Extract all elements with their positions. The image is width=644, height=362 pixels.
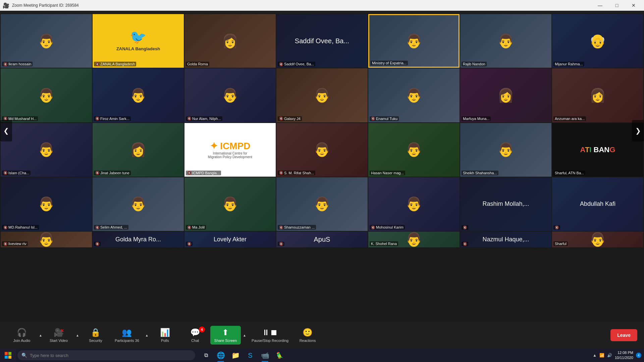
participant-cell-nuralam: 👨 🔇 Nur Alam, Nilph... [184, 68, 276, 122]
polls-icon: 📊 [160, 328, 170, 337]
title-bar-controls: — □ ✕ [592, 0, 641, 11]
security-label: Security [89, 339, 102, 343]
participant-cell-majolil: 👨 🔇 Ma Jolil [184, 177, 276, 231]
avatar-musharaf: 👨 [1, 68, 92, 122]
share-screen-button[interactable]: ⬆ Share Screen [210, 326, 241, 345]
avatar-galaxyj4: 👨 [276, 68, 368, 122]
avatar-mijanur: 👴 [552, 14, 643, 68]
video-content: ApuS 🔇 [276, 232, 368, 247]
title-bar-left: 🎥 Zoom Meeting Participant ID: 269584 [3, 2, 79, 9]
participant-cell-anzuman: 👩 Anzuman ara ka... [552, 68, 643, 122]
search-box[interactable]: 🔍 Type here to search [17, 350, 195, 360]
previous-page-button[interactable]: ❮ [0, 120, 12, 141]
explorer-app-button[interactable]: 📁 [229, 349, 242, 362]
name-label-shamsuz: 🔇 Shamsuzzaman ... [278, 225, 316, 230]
taskbar-right: ▲ 📶 🔊 12:08 PM 10/11/2020 4 [593, 350, 644, 361]
avatar-anzuman: 👩 [552, 68, 643, 122]
name-label-majolil: 🔇 Ma Jolil [186, 225, 206, 230]
other-app-button[interactable]: 🦜 [273, 349, 286, 362]
join-audio-button[interactable]: 🎧 Join Audio [7, 325, 37, 345]
name-label-apus: 🔇 [278, 242, 284, 246]
mute-icon: 🔇 [3, 226, 7, 229]
svg-rect-2 [5, 356, 8, 359]
participant-cell-rajib: 👨 Rajib Nandon [460, 14, 551, 68]
pause-stop-recording-button[interactable]: ⏸⏹ Pause/Stop Recording [248, 325, 292, 345]
zoom-app-button[interactable]: 📹 [258, 349, 272, 362]
reactions-button[interactable]: 🙂 Reactions [292, 325, 323, 345]
task-view-button[interactable]: ⧉ [199, 349, 213, 362]
video-content: 👨 🔇 Mohosinul Karim [368, 177, 460, 231]
search-input[interactable]: Type here to search [30, 353, 68, 358]
name-label-jinat: 🔇 Jinat Jabeen tune [94, 171, 131, 175]
start-video-button[interactable]: 🎥✕ Start Video [44, 325, 74, 345]
video-content: 👨 🔇 Galaxy J4 [276, 68, 368, 122]
mute-icon: 🔇 [95, 242, 99, 246]
video-caret-icon: ▲ [76, 334, 79, 337]
video-content: 👨 🔇 Enamul Tuku [368, 68, 460, 122]
search-icon: 🔍 [21, 353, 27, 358]
join-audio-label: Join Audio [13, 339, 31, 343]
participant-cell-nazmul: Nazmul Haque,... 🔇 [460, 232, 551, 247]
skype-app-button[interactable]: S [244, 349, 257, 362]
mute-icon: 🔇 [371, 226, 375, 229]
polls-button[interactable]: 📊 Polls [150, 325, 180, 345]
participants-icon: 👥 [122, 328, 132, 337]
avatar-raihanul: 👨 [1, 177, 92, 231]
svg-rect-1 [8, 352, 11, 355]
share-screen-caret-button[interactable]: ▲ [241, 334, 248, 337]
avatar-enamul: 👨 [368, 68, 460, 122]
maximize-button[interactable]: □ [609, 0, 625, 11]
video-content: ATI BANG Sharful, ATN Ba... [552, 123, 643, 177]
taskbar-apps: ⧉ 🌐 📁 S 📹 🦜 [199, 349, 286, 362]
avatar-rajib: 👨 [460, 14, 551, 68]
name-label-firoz: 🔇 Firoz Amin Sark... [94, 116, 131, 121]
start-video-group: 🎥✕ Start Video ▲ [44, 325, 80, 345]
video-content: 👨 🔇 Md Musharaf H... [1, 68, 92, 122]
avatar-rifat: 👨 [276, 123, 368, 177]
participants-button[interactable]: 👥 Participants 36 [111, 325, 143, 345]
share-screen-icon: ⬆ [222, 328, 229, 337]
video-content: 👨 🔇 Islam (Cha... [1, 123, 92, 177]
task-view-icon: ⧉ [204, 352, 208, 358]
audio-caret-icon: ▲ [39, 334, 42, 337]
mute-icon: 🔇 [279, 242, 283, 246]
notification-badge[interactable]: 4 [636, 353, 641, 358]
name-label-rifat: 🔇 S. M. Rifat Shah... [278, 171, 315, 175]
participant-cell-raihanul: 👨 🔇 MD.Raihanul Isl... [1, 177, 92, 231]
participants-caret-button[interactable]: ▲ [143, 334, 150, 337]
video-content: Nazmul Haque,... 🔇 [460, 232, 551, 247]
video-content: 👨 Hasan Naser mag... [368, 123, 460, 177]
name-label-rashim: 🔇 [462, 225, 468, 230]
chat-button[interactable]: 💬 4 Chat [180, 325, 210, 345]
next-page-button[interactable]: ❯ [632, 120, 644, 141]
chrome-app-button[interactable]: 🌐 [214, 349, 227, 362]
participant-cell-islam: 👨 🔇 Islam (Cha... [1, 123, 92, 177]
avatar-marfuya: 👩 [460, 68, 551, 122]
leave-button[interactable]: Leave [610, 329, 637, 341]
participant-cell-icmpd: ✦ ICMPD International Centre forMigratio… [184, 123, 276, 177]
share-caret-icon: ▲ [243, 334, 246, 337]
close-button[interactable]: ✕ [626, 0, 641, 11]
minimize-button[interactable]: — [592, 0, 608, 11]
zoom-icon: 🎥 [3, 2, 9, 9]
security-button[interactable]: 🔒 Security [80, 325, 111, 345]
participant-cell-rashim: Rashim Mollah,... 🔇 [460, 177, 551, 231]
video-content: 👨 🔇 Nur Alam, Nilph... [184, 68, 276, 122]
audio-caret-button[interactable]: ▲ [37, 334, 44, 337]
explorer-icon: 📁 [231, 351, 240, 359]
mute-icon: 🔇 [3, 171, 7, 175]
participant-cell-ikram: 👨 🔇 Ikram hossain [1, 14, 92, 68]
start-button[interactable] [0, 349, 16, 362]
name-label-rajib: Rajib Nandon [462, 62, 487, 66]
participant-cell-shohel: 👨 K. Shohel Rana [368, 232, 460, 247]
skype-icon: S [248, 352, 252, 359]
video-content: Saddif Ovee, Ba... 🔇 Saddif Ovee, Ba... [276, 14, 368, 68]
avatar-ikram: 👨 [1, 14, 92, 68]
show-hidden-icons-button[interactable]: ▲ [593, 353, 597, 358]
video-content: 👨 🔇 Firoz Amin Sark... [93, 68, 184, 122]
avatar-nuralam: 👨 [184, 68, 276, 122]
video-caret-button[interactable]: ▲ [74, 334, 80, 337]
participant-cell-lovely: Lovely Akter 🔇 [184, 232, 276, 247]
participant-cell-golda-roma: 👩 Golda Roma [184, 14, 276, 68]
participant-cell-sharful-atn: ATI BANG Sharful, ATN Ba... [552, 123, 643, 177]
